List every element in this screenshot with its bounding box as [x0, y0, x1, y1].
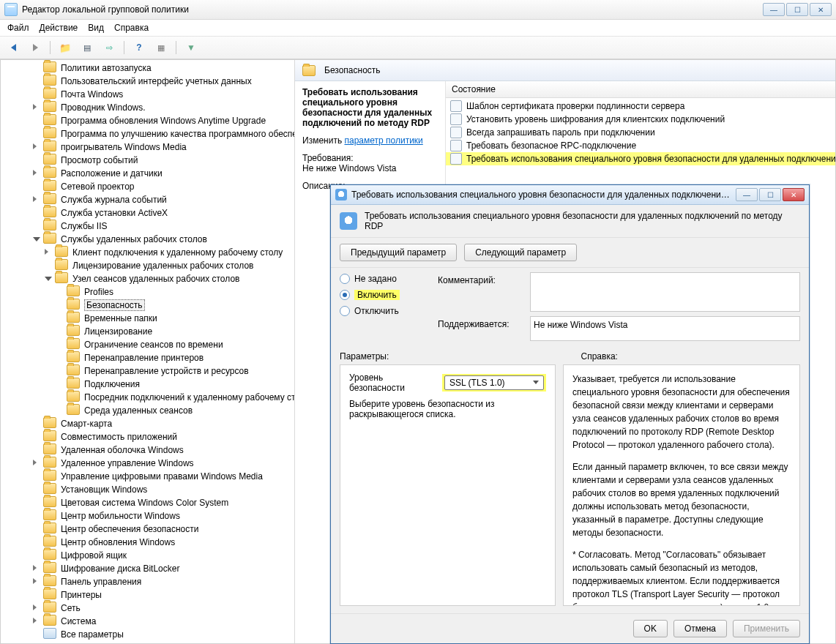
column-header[interactable]: Состояние: [446, 81, 835, 98]
tree-item-label: Удаленная оболочка Windows: [61, 445, 184, 455]
chevron-right-icon[interactable]: [33, 565, 37, 571]
tree-item[interactable]: Шифрование диска BitLocker: [43, 562, 294, 575]
radio-disabled-label: Отключить: [354, 306, 399, 316]
dialog-maximize-button[interactable]: ☐: [759, 188, 781, 201]
tree-item-label: Программа обновления Windows Anytime Upg…: [61, 116, 266, 126]
tree-item[interactable]: Перенаправление устройств и ресурсов: [67, 364, 294, 378]
tree-item[interactable]: Почта Windows: [43, 88, 294, 101]
apply-button[interactable]: Применить: [733, 620, 800, 637]
chevron-right-icon[interactable]: [45, 249, 48, 255]
tree-item[interactable]: Политики автозапуска: [43, 61, 294, 75]
tree-item[interactable]: Все параметры: [43, 628, 294, 641]
chevron-right-icon[interactable]: [33, 604, 37, 610]
tree-item[interactable]: Пользовательский интерфейс учетных данны…: [43, 75, 294, 88]
tree-item[interactable]: Установщик Windows: [43, 483, 294, 496]
tree-item[interactable]: Клиент подключения к удаленному рабочему…: [55, 246, 294, 259]
tree-item[interactable]: Среда удаленных сеансов: [67, 404, 294, 417]
tree-item[interactable]: Службы IIS: [43, 220, 294, 233]
tree-item[interactable]: Служба установки ActiveX: [43, 206, 294, 220]
next-setting-button[interactable]: Следующий параметр: [464, 244, 577, 261]
chevron-right-icon[interactable]: [33, 578, 37, 584]
tree-item[interactable]: Центр обновления Windows: [43, 536, 294, 549]
setting-row[interactable]: Установить уровень шифрования для клиент…: [446, 113, 835, 126]
tree-item[interactable]: Центр мобильности Windows: [43, 509, 294, 523]
tree-item[interactable]: Центр обеспечения безопасности: [43, 523, 294, 536]
chevron-right-icon[interactable]: [33, 196, 37, 202]
dialog-titlebar[interactable]: Требовать использования специального уро…: [331, 185, 809, 205]
tree-item[interactable]: Просмотр событий: [43, 154, 294, 167]
tree-item[interactable]: Цветовая система Windows Color System: [43, 496, 294, 509]
minimize-button[interactable]: —: [763, 3, 785, 16]
tree-item[interactable]: Подключения: [67, 378, 294, 391]
tree-item[interactable]: Принтеры: [43, 588, 294, 602]
close-button[interactable]: ✕: [810, 3, 832, 16]
tree-panel[interactable]: Политики автозапускаПользовательский инт…: [1, 60, 295, 643]
tree-item[interactable]: Панель управления: [43, 575, 294, 588]
tree-item[interactable]: Служба журнала событий: [43, 193, 294, 206]
comment-textarea[interactable]: [530, 272, 800, 312]
cancel-button[interactable]: Отмена: [673, 620, 727, 637]
security-level-combo[interactable]: SSL (TLS 1.0): [444, 375, 544, 390]
tree-item[interactable]: Profiles: [67, 285, 294, 299]
tree-item[interactable]: Проводник Windows.: [43, 101, 294, 114]
chevron-down-icon[interactable]: [33, 237, 40, 242]
gear-folder-icon: [43, 628, 56, 639]
radio-not-configured[interactable]: Не задано: [340, 274, 428, 284]
tree-item[interactable]: Сеть: [43, 602, 294, 615]
show-hide-button[interactable]: ▤: [77, 38, 97, 57]
up-button[interactable]: 📁: [55, 38, 75, 57]
chevron-right-icon[interactable]: [33, 618, 37, 624]
tree-item[interactable]: Цифровой ящик: [43, 549, 294, 562]
filter-button[interactable]: ▼: [181, 38, 201, 57]
tree-item-label: Перенаправление принтеров: [84, 353, 204, 363]
tree-item[interactable]: Управление цифровыми правами Windows Med…: [43, 470, 294, 483]
setting-row[interactable]: Требовать безопасное RPC-подключение: [446, 139, 835, 152]
chevron-down-icon[interactable]: [45, 277, 52, 281]
tree-item[interactable]: Удаленное управление Windows: [43, 457, 294, 470]
tree-item[interactable]: Программа по улучшению качества программ…: [43, 127, 294, 141]
tree-item[interactable]: Лицензирование удаленных рабочих столов: [55, 259, 294, 272]
chevron-right-icon[interactable]: [33, 104, 37, 110]
tree-item[interactable]: Смарт-карта: [43, 417, 294, 430]
tree-item[interactable]: Посредник подключений к удаленному рабоч…: [67, 391, 294, 404]
chevron-right-icon[interactable]: [33, 170, 37, 176]
menu-view[interactable]: Вид: [88, 23, 104, 33]
setting-row[interactable]: Требовать использования специального уро…: [446, 152, 835, 165]
tree-item[interactable]: Ограничение сеансов по времени: [67, 338, 294, 351]
edit-policy-link[interactable]: параметр политики: [344, 135, 422, 146]
forward-button[interactable]: [25, 38, 45, 57]
tree-item[interactable]: Лицензирование: [67, 325, 294, 338]
menu-action[interactable]: Действие: [40, 23, 78, 33]
tree-item[interactable]: проигрыватель Windows Media: [43, 141, 294, 154]
back-button[interactable]: [3, 38, 23, 57]
help-button[interactable]: ?: [129, 38, 149, 57]
chevron-right-icon[interactable]: [33, 143, 37, 149]
dialog-minimize-button[interactable]: —: [736, 188, 758, 201]
dialog-close-button[interactable]: ✕: [783, 188, 805, 201]
menu-help[interactable]: Справка: [114, 23, 149, 33]
setting-row[interactable]: Всегда запрашивать пароль при подключени…: [446, 126, 835, 139]
maximize-button[interactable]: ☐: [786, 3, 808, 16]
tree-item[interactable]: Временные папки: [67, 312, 294, 325]
menu-file[interactable]: Файл: [7, 23, 29, 33]
tree-item[interactable]: Система: [43, 615, 294, 628]
tree-item[interactable]: Узел сеансов удаленных рабочих столовPro…: [55, 272, 294, 417]
export-button[interactable]: ⇨: [99, 38, 119, 57]
tree-item[interactable]: Удаленная оболочка Windows: [43, 443, 294, 457]
tree-item[interactable]: Программа обновления Windows Anytime Upg…: [43, 114, 294, 127]
prev-setting-button[interactable]: Предыдущий параметр: [340, 244, 457, 261]
radio-enabled[interactable]: Включить: [340, 290, 428, 300]
dialog-subtitle: Требовать использования специального уро…: [365, 211, 800, 231]
radio-disabled[interactable]: Отключить: [340, 306, 428, 316]
tree-item[interactable]: Сетевой проектор: [43, 180, 294, 193]
tree-item[interactable]: Службы удаленных рабочих столовКлиент по…: [43, 233, 294, 417]
tree-item[interactable]: Расположение и датчики: [43, 167, 294, 180]
setting-row[interactable]: Шаблон сертификата проверки подлинности …: [446, 100, 835, 113]
tree-item[interactable]: Совместимость приложений: [43, 430, 294, 443]
ok-button[interactable]: OK: [633, 620, 668, 637]
tree-item[interactable]: Перенаправление принтеров: [67, 351, 294, 364]
window-title: Редактор локальной групповой политики: [22, 4, 189, 15]
tree-item[interactable]: Безопасность: [67, 299, 294, 312]
props-button[interactable]: ▦: [151, 38, 171, 57]
chevron-right-icon[interactable]: [33, 460, 37, 465]
